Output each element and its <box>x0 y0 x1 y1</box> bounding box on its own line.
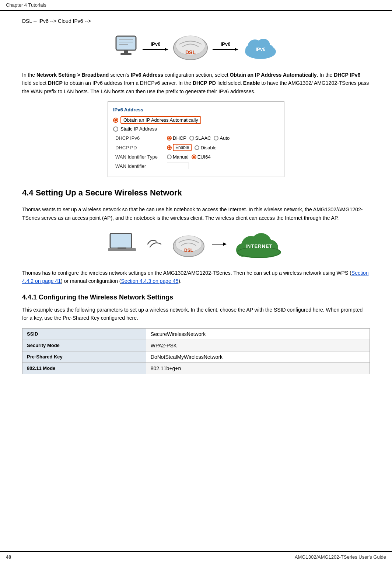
dhcp-ipv6-field-label: DHCP IPv6 <box>113 134 165 142</box>
wan-id-type-label: WAN Identifier Type <box>113 153 165 161</box>
wifi-waves-icon <box>143 233 165 256</box>
svg-rect-21 <box>118 247 126 249</box>
slaac-radio <box>189 136 194 140</box>
section-4-4-para: Thomas wants to set up a wireless networ… <box>22 205 370 222</box>
auto-label: Auto <box>220 135 230 141</box>
wan-id-row: WAN Identifier <box>113 161 277 171</box>
config-field-table: DHCP IPv6 DHCP SLAAC Auto <box>113 134 277 171</box>
dsl-router-icon-2: DSL <box>172 231 205 259</box>
page-number: 40 <box>6 554 11 560</box>
enable-radio-selected <box>167 145 172 150</box>
svg-text:INTERNET: INTERNET <box>246 243 273 249</box>
section-4-4-1-para: This example uses the following paramete… <box>22 306 370 322</box>
dhcp-pd-options: Enable Disable <box>165 142 277 153</box>
dhcp-pd-field-label: DHCP PD <box>113 142 165 153</box>
table-row-security: Security Mode WPA2-PSK <box>22 340 370 351</box>
wan-id-label: WAN Identifier <box>113 161 165 171</box>
parameter-table: SSID SecureWirelessNetwork Security Mode… <box>22 328 370 374</box>
section-4-4-1-heading: 4.4.1 Configuring the Wireless Network S… <box>22 294 370 301</box>
ssid-value: SecureWirelessNetwork <box>146 328 370 340</box>
main-content: DSL -- IPv6 --> Cloud IPv6 --> IPv6 <box>0 11 392 396</box>
table-row-ssid: SSID SecureWirelessNetwork <box>22 328 370 340</box>
svg-text:DSL: DSL <box>185 49 196 55</box>
security-value: WPA2-PSK <box>146 340 370 351</box>
ipv6-label-1: IPv6 <box>143 41 168 52</box>
disable-option: Disable <box>195 145 216 150</box>
psk-header: Pre-Shared Key <box>22 351 146 362</box>
dhcp-ipv6-row: DHCP IPv6 DHCP SLAAC Auto <box>113 134 277 142</box>
80211-header: 802.11 Mode <box>22 362 146 374</box>
link-section-4-4-3[interactable]: Section 4.4.3 on page 45 <box>121 278 179 284</box>
eui64-label: EUI64 <box>197 154 211 160</box>
disable-label: Disable <box>200 145 216 150</box>
wireless-diagram: DSL INTERNET <box>22 229 370 260</box>
page-header: Chapter 4 Tutorials <box>0 0 392 11</box>
table-row-psk: Pre-Shared Key DoNotStealMyWirelessNetwo… <box>22 351 370 362</box>
security-header: Security Mode <box>22 340 146 351</box>
svg-marker-7 <box>165 48 168 51</box>
dhcp-option: DHCP <box>167 135 186 141</box>
manual-label: Manual <box>173 154 189 160</box>
dhcp-radio-selected <box>167 136 172 140</box>
ssid-header: SSID <box>22 328 146 340</box>
dhcp-label: DHCP <box>173 135 186 141</box>
svg-marker-26 <box>223 242 227 246</box>
ipv6-config-box: IPv6 Address Obtain an IP Address Automa… <box>108 101 284 177</box>
wan-id-type-options: Manual EUI64 <box>165 153 277 161</box>
svg-marker-12 <box>235 48 238 51</box>
link-section-4-4-2[interactable]: Section 4.4.2 on page 41 <box>22 270 369 284</box>
obtain-ip-label: Obtain an IP Address Automatically <box>120 116 201 124</box>
config-box-title: IPv6 Address <box>113 107 277 112</box>
auto-option: Auto <box>214 135 230 141</box>
svg-text:IPv6: IPv6 <box>256 46 266 52</box>
arrow-icon <box>212 240 227 249</box>
dsl-router-icon: DSL <box>172 31 209 62</box>
radio-obtain-ip-indicator <box>113 118 118 123</box>
enable-option: Enable <box>167 144 192 151</box>
cloud-ipv6-icon: IPv6 <box>242 31 279 62</box>
laptop-icon <box>107 232 137 257</box>
radio-obtain-ip: Obtain an IP Address Automatically <box>113 116 277 124</box>
static-ip-label: Static IP Address <box>120 126 157 132</box>
svg-text:DSL: DSL <box>184 248 193 253</box>
svg-rect-4 <box>124 50 128 53</box>
wan-id-type-row: WAN Identifier Type Manual EUI64 <box>113 153 277 161</box>
slaac-label: SLAAC <box>195 135 211 141</box>
dhcp-ipv6-options: DHCP SLAAC Auto <box>165 134 277 142</box>
section-4-4-para2: Thomas has to configure the wireless net… <box>22 269 370 285</box>
eui64-option: EUI64 <box>192 154 211 160</box>
auto-radio <box>214 136 218 140</box>
ipv6-label-2: IPv6 <box>213 41 238 52</box>
manual-option: Manual <box>167 154 189 160</box>
section-4-4-heading: 4.4 Setting Up a Secure Wireless Network <box>22 188 370 200</box>
80211-value: 802.11b+g+n <box>146 362 370 374</box>
manual-radio <box>167 155 172 159</box>
enable-label: Enable <box>173 144 192 151</box>
radio-static-ip-indicator <box>113 126 118 132</box>
slaac-option: SLAAC <box>189 135 211 141</box>
table-row-80211: 802.11 Mode 802.11b+g+n <box>22 362 370 374</box>
psk-value: DoNotStealMyWirelessNetwork <box>146 351 370 362</box>
wan-id-input[interactable] <box>167 163 189 169</box>
network-diagram-1: IPv6 DSL IPv6 <box>22 31 370 62</box>
eui64-radio-selected <box>192 155 196 159</box>
internet-cloud-icon: INTERNET <box>233 229 285 260</box>
dhcp-pd-row: DHCP PD Enable Disable <box>113 142 277 153</box>
radio-static-ip: Static IP Address <box>113 126 277 132</box>
page-footer: 40 AMG1302/AMG1202-TSeries User's Guide <box>0 551 392 562</box>
intro-paragraph: In the Network Setting > Broadband scree… <box>22 71 370 96</box>
svg-rect-5 <box>120 53 132 55</box>
svg-point-17 <box>245 45 255 55</box>
svg-rect-19 <box>110 233 132 248</box>
svg-rect-0 <box>116 36 136 50</box>
chapter-title: Chapter 4 Tutorials <box>6 2 46 8</box>
wan-id-input-cell <box>165 161 277 171</box>
doc-title: AMG1302/AMG1202-TSeries User's Guide <box>295 554 386 560</box>
computer-icon <box>113 33 139 60</box>
disable-radio <box>195 145 199 150</box>
